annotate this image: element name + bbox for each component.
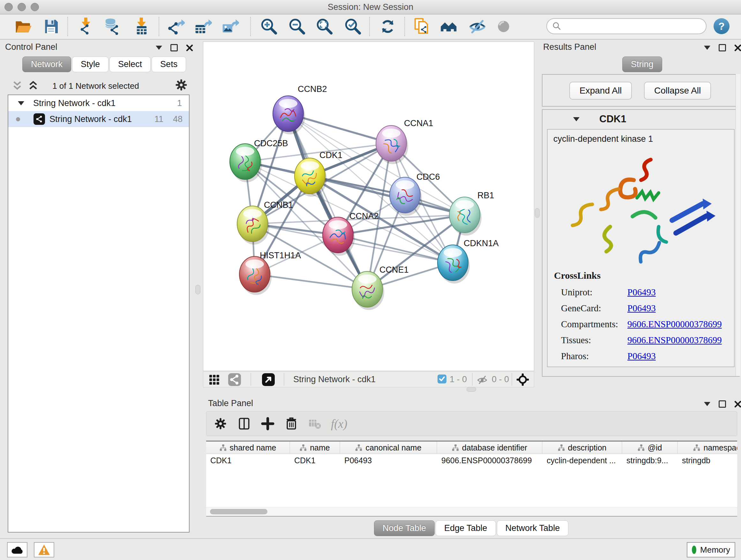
add-column-icon[interactable]	[261, 417, 275, 431]
panel-close-icon[interactable]	[734, 401, 741, 408]
tab-node-table[interactable]: Node Table	[374, 520, 434, 536]
network-row-selected[interactable]: String Network - cdk1 11 48	[8, 111, 189, 127]
cloud-button[interactable]	[7, 542, 27, 557]
column-header-database-identifier[interactable]: database identifier	[437, 442, 542, 454]
table-cell[interactable]: 9606.ENSP00000378699	[437, 454, 542, 467]
column-header-@id[interactable]: @id	[622, 442, 678, 454]
scrollbar-thumb[interactable]	[210, 509, 267, 514]
panel-menu-icon[interactable]	[704, 402, 711, 406]
tab-select[interactable]: Select	[110, 57, 151, 72]
node-CDK1[interactable]	[294, 158, 327, 197]
panel-float-icon[interactable]	[171, 44, 178, 51]
node-CDC25B[interactable]	[230, 144, 262, 182]
node-HIST1H1A[interactable]	[239, 256, 272, 295]
selected-checkbox[interactable]	[437, 374, 447, 383]
crosslink-value-link[interactable]: P06493	[627, 287, 656, 298]
import-table-from-file-icon[interactable]	[133, 17, 151, 36]
table-cell[interactable]: CDK1	[206, 454, 290, 467]
tab-network-table[interactable]: Network Table	[497, 520, 569, 536]
network-collection-row[interactable]: String Network - cdk1 1	[8, 95, 189, 111]
node-CDKN1A[interactable]	[437, 245, 470, 284]
column-header-namespace[interactable]: namespace	[678, 442, 737, 454]
control-panel-controls	[156, 44, 193, 51]
show-all-icon[interactable]	[495, 17, 513, 36]
search-box[interactable]	[546, 18, 706, 34]
crosslink-value-link[interactable]: P06493	[627, 351, 656, 361]
column-header-name[interactable]: name	[290, 442, 340, 454]
section-collapse-icon[interactable]	[573, 117, 580, 121]
splitter-handle[interactable]	[195, 285, 200, 294]
results-scrollbar[interactable]	[736, 74, 740, 376]
table-cell[interactable]: cyclin-dependent ...	[542, 454, 622, 467]
column-header-canonical-name[interactable]: canonical name	[340, 442, 437, 454]
delete-column-icon[interactable]	[284, 417, 298, 431]
splitter-handle[interactable]	[535, 208, 540, 218]
tab-network[interactable]: Network	[22, 57, 71, 72]
network-share-view-icon[interactable]	[228, 373, 241, 386]
crosslink-value-link[interactable]: 9606.ENSP00000378699	[627, 335, 722, 346]
detach-view-icon[interactable]	[262, 373, 275, 386]
table-cell[interactable]: stringdb	[678, 454, 737, 467]
hide-selected-icon[interactable]	[468, 17, 486, 36]
new-network-from-selection-icon[interactable]	[413, 17, 431, 36]
panel-close-icon[interactable]	[734, 44, 741, 51]
table-cell[interactable]: P06493	[340, 454, 437, 467]
gear-icon[interactable]	[174, 78, 188, 92]
open-session-icon[interactable]	[14, 17, 32, 36]
memory-button[interactable]: Memory	[687, 542, 735, 557]
tab-sets[interactable]: Sets	[151, 57, 186, 72]
node-CCNA1[interactable]	[376, 125, 408, 164]
cloud-icon	[10, 545, 24, 555]
crosslink-value-link[interactable]: 9606.ENSP00000378699	[627, 319, 722, 329]
import-network-from-database-icon[interactable]	[104, 17, 122, 36]
zoom-selected-region-icon[interactable]	[344, 17, 362, 36]
show-columns-icon[interactable]	[237, 417, 251, 431]
zoom-in-icon[interactable]	[260, 17, 278, 36]
export-table-icon[interactable]	[194, 17, 212, 36]
divider	[284, 373, 284, 386]
table-horizontal-scrollbar[interactable]	[206, 507, 737, 516]
help-icon[interactable]: ?	[714, 18, 730, 34]
edge[interactable]	[310, 176, 465, 215]
tab-string[interactable]: String	[622, 57, 662, 72]
node-CCNA2[interactable]	[323, 217, 355, 256]
zoom-out-icon[interactable]	[288, 17, 306, 36]
refresh-view-icon[interactable]	[379, 17, 397, 36]
node-CCNB1[interactable]	[237, 206, 269, 245]
column-header-shared-name[interactable]: shared name	[206, 442, 290, 454]
tree-expander-icon[interactable]	[18, 101, 24, 105]
expand-all-button[interactable]: Expand All	[569, 82, 632, 100]
node-CCNE1[interactable]	[352, 271, 384, 310]
node-CCNB2[interactable]	[273, 96, 305, 134]
network-view-title: String Network - cdk1	[293, 374, 376, 384]
grid-view-icon[interactable]	[208, 374, 220, 385]
panel-close-icon[interactable]	[186, 44, 193, 51]
panel-float-icon[interactable]	[719, 400, 726, 408]
save-session-icon[interactable]	[42, 17, 60, 36]
table-row[interactable]: CDK1CDK1P064939606.ENSP00000378699cyclin…	[206, 454, 737, 467]
tab-style[interactable]: Style	[72, 57, 109, 72]
crosslink-value-link[interactable]: P06493	[627, 303, 656, 314]
export-network-icon[interactable]	[167, 17, 185, 36]
node-label: CCNA1	[404, 118, 433, 128]
panel-float-icon[interactable]	[719, 44, 726, 51]
tab-edge-table[interactable]: Edge Table	[435, 520, 496, 536]
splitter-handle[interactable]	[467, 387, 476, 392]
gear-icon[interactable]	[213, 417, 227, 431]
table-cell[interactable]: stringdb:9...	[622, 454, 678, 467]
zoom-fit-content-icon[interactable]	[316, 17, 333, 36]
export-image-icon[interactable]	[221, 17, 239, 36]
import-network-from-file-icon[interactable]	[77, 17, 95, 36]
search-input[interactable]	[562, 21, 701, 32]
collapse-all-button[interactable]: Collapse All	[644, 82, 711, 100]
panel-menu-icon[interactable]	[704, 46, 711, 50]
node-RB1[interactable]	[449, 197, 482, 236]
column-header-description[interactable]: description	[542, 442, 622, 454]
first-neighbors-icon[interactable]	[440, 17, 458, 36]
network-icon	[33, 113, 45, 125]
network-canvas[interactable]: CCNB2CCNA1CDC25BCDK1CDC6RB1CCNB1CCNA2CDK…	[203, 42, 534, 371]
birdseye-crosshair-icon[interactable]	[516, 373, 529, 386]
panel-menu-icon[interactable]	[156, 46, 162, 50]
table-cell[interactable]: CDK1	[290, 454, 340, 467]
warning-button[interactable]	[34, 542, 54, 557]
